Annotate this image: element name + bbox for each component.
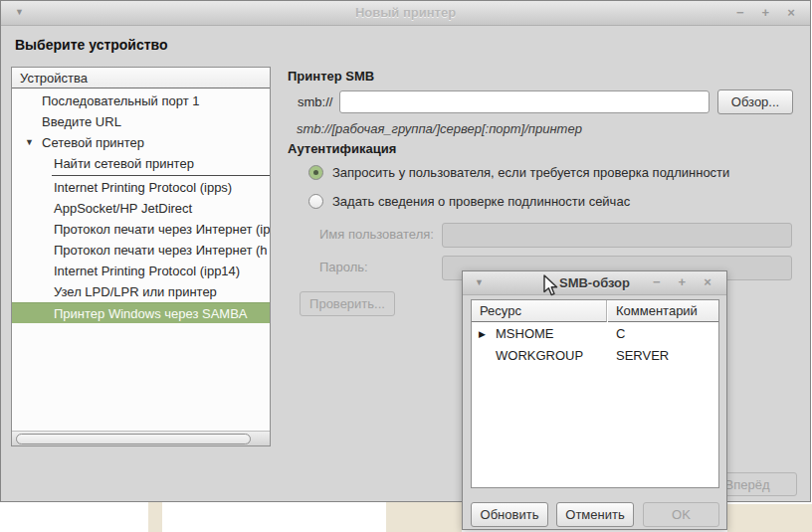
page-title: Выберите устройство	[15, 37, 168, 53]
username-field[interactable]	[442, 223, 792, 248]
device-item-jetdirect[interactable]: AppSocket/HP JetDirect	[12, 198, 270, 219]
device-item-label: Сетевой принтер	[42, 135, 144, 150]
desktop-background-strip	[148, 502, 162, 532]
device-item-find-network-printer[interactable]: Найти сетевой принтер	[12, 153, 270, 174]
table-row-workgroup[interactable]: WORKGROUP SERVER	[472, 345, 718, 367]
device-item-lpd[interactable]: Узел LPD/LPR или принтер	[12, 281, 270, 302]
list-separator	[52, 175, 270, 176]
password-label: Пароль:	[319, 260, 368, 274]
device-item-label: Принтер Windows через SAMBA	[54, 306, 248, 321]
device-item-ipps[interactable]: Internet Printing Protocol (ipps)	[12, 177, 270, 198]
row-expander-icon[interactable]: ▶	[479, 323, 486, 345]
column-header-comment[interactable]: Комментарий	[608, 300, 718, 322]
ok-button[interactable]: OK	[643, 502, 719, 527]
smb-scheme-label: smb://	[298, 94, 332, 109]
device-item-samba-selected[interactable]: Принтер Windows через SAMBA	[12, 302, 270, 323]
device-item-label: Internet Printing Protocol (ipp14)	[54, 264, 240, 278]
device-item-network-printer[interactable]: ▼ Сетевой принтер	[12, 132, 270, 153]
desktop-background-strip	[727, 504, 812, 532]
device-item-enter-url[interactable]: Введите URL	[12, 111, 270, 132]
radio-set-auth-now[interactable]	[308, 194, 323, 209]
device-item-label: AppSocket/HP JetDirect	[54, 201, 192, 216]
smb-close-button[interactable]: ×	[697, 274, 718, 289]
device-item-ipp14[interactable]: Internet Printing Protocol (ipp14)	[12, 261, 270, 281]
smb-dialog-titlebar[interactable]: ▼ SMB-обзор − + ×	[463, 271, 726, 295]
resource-cell: WORKGROUP	[496, 345, 583, 367]
main-titlebar[interactable]: ▼ Новый принтер − + ×	[1, 1, 810, 26]
mouse-cursor	[543, 274, 561, 298]
username-label: Имя пользователя:	[319, 227, 434, 242]
tree-expander-icon[interactable]: ▼	[25, 132, 34, 153]
cancel-button[interactable]: Отменить	[556, 502, 634, 527]
device-item-label: Введите URL	[42, 114, 121, 129]
device-item-serial-port[interactable]: Последовательный порт 1	[12, 90, 270, 111]
minimize-button[interactable]: −	[729, 5, 751, 20]
verify-button[interactable]: Проверить...	[300, 291, 395, 316]
radio-prompt-user[interactable]	[308, 165, 323, 180]
smb-browser-dialog: ▼ SMB-обзор − + × Ресурс Комментарий ▶ M…	[462, 270, 727, 530]
device-item-ipp[interactable]: Протокол печати через Интернет (ip	[12, 219, 270, 240]
maximize-button[interactable]: +	[754, 5, 776, 20]
smb-uri-input[interactable]	[339, 90, 710, 113]
smb-minimize-button[interactable]: −	[646, 274, 668, 289]
browse-button[interactable]: Обзор...	[717, 89, 793, 114]
device-item-label: Найти сетевой принтер	[54, 156, 194, 171]
smb-uri-hint: smb://[рабочая_группа/]сервер[:порт]/при…	[297, 121, 582, 136]
comment-cell: SERVER	[616, 345, 669, 367]
scrollbar-thumb[interactable]	[16, 434, 251, 444]
refresh-button[interactable]: Обновить	[471, 502, 548, 527]
close-button[interactable]: ×	[780, 5, 802, 20]
auth-section-title: Аутентификация	[288, 141, 396, 156]
device-item-label: Протокол печати через Интернет (ip	[54, 222, 270, 237]
smb-section-title: Принтер SMB	[288, 69, 374, 84]
comment-cell: C	[616, 323, 625, 345]
desktop-background-strip	[386, 502, 462, 532]
column-header-resource[interactable]: Ресурс	[472, 300, 607, 322]
device-item-label: Протокол печати через Интернет (h	[54, 243, 268, 258]
device-list: Устройства Последовательный порт 1 Введи…	[11, 67, 271, 446]
device-item-https[interactable]: Протокол печати через Интернет (h	[12, 240, 270, 261]
device-list-column-header[interactable]: Устройства	[12, 68, 270, 89]
smb-maximize-button[interactable]: +	[671, 274, 693, 289]
horizontal-scrollbar[interactable]	[12, 431, 270, 445]
smb-share-table: Ресурс Комментарий ▶ MSHOME C WORKGROUP …	[471, 299, 719, 488]
device-item-label: Последовательный порт 1	[42, 93, 200, 108]
radio-prompt-user-label[interactable]: Запросить у пользователя, если требуется…	[332, 165, 729, 180]
radio-set-auth-now-label[interactable]: Задать сведения о проверке подлинности с…	[332, 194, 630, 209]
device-item-label: Internet Printing Protocol (ipps)	[54, 180, 232, 195]
device-item-label: Узел LPD/LPR или принтер	[54, 284, 217, 299]
window-title: Новый принтер	[1, 5, 810, 20]
resource-cell: MSHOME	[496, 323, 554, 345]
table-row-mshome[interactable]: ▶ MSHOME C	[472, 323, 718, 345]
